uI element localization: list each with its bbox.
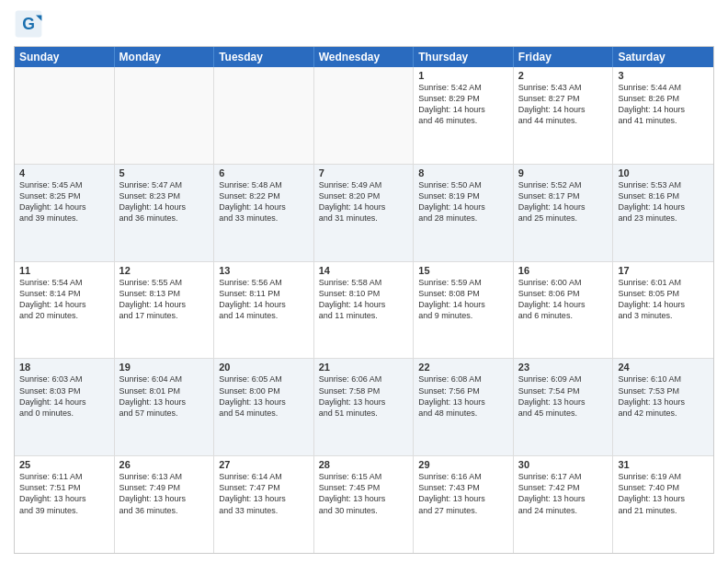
- calendar-cell-r3-c5: 23Sunrise: 6:09 AM Sunset: 7:54 PM Dayli…: [514, 359, 614, 455]
- day-number: 1: [418, 70, 508, 81]
- logo: G: [14, 9, 47, 39]
- day-number: 2: [518, 70, 609, 81]
- cell-content: Sunrise: 6:01 AM Sunset: 8:05 PM Dayligh…: [618, 277, 709, 322]
- day-number: 7: [319, 167, 409, 178]
- calendar-cell-r3-c2: 20Sunrise: 6:05 AM Sunset: 8:00 PM Dayli…: [214, 359, 314, 455]
- cell-content: Sunrise: 6:16 AM Sunset: 7:43 PM Dayligh…: [418, 471, 508, 516]
- cell-content: Sunrise: 6:10 AM Sunset: 7:53 PM Dayligh…: [618, 373, 709, 419]
- day-number: 5: [119, 167, 210, 178]
- day-number: 13: [219, 265, 309, 276]
- cell-content: Sunrise: 6:19 AM Sunset: 7:40 PM Dayligh…: [618, 471, 709, 516]
- logo-icon: G: [14, 9, 43, 39]
- day-number: 16: [518, 265, 609, 276]
- cell-content: Sunrise: 6:09 AM Sunset: 7:54 PM Dayligh…: [518, 373, 609, 419]
- calendar-row-3: 11Sunrise: 5:54 AM Sunset: 8:14 PM Dayli…: [15, 262, 713, 360]
- cell-content: Sunrise: 6:05 AM Sunset: 8:00 PM Dayligh…: [219, 373, 309, 419]
- day-number: 20: [219, 362, 309, 373]
- cell-content: Sunrise: 5:54 AM Sunset: 8:14 PM Dayligh…: [19, 277, 109, 322]
- svg-text:G: G: [22, 15, 35, 33]
- calendar-cell-r3-c6: 24Sunrise: 6:10 AM Sunset: 7:53 PM Dayli…: [613, 359, 713, 455]
- calendar-cell-r3-c1: 19Sunrise: 6:04 AM Sunset: 8:01 PM Dayli…: [115, 359, 215, 455]
- calendar-row-1: 1Sunrise: 5:42 AM Sunset: 8:29 PM Daylig…: [15, 67, 713, 165]
- calendar-row-4: 18Sunrise: 6:03 AM Sunset: 8:03 PM Dayli…: [15, 359, 713, 456]
- calendar-cell-r4-c0: 25Sunrise: 6:11 AM Sunset: 7:51 PM Dayli…: [15, 456, 115, 553]
- cell-content: Sunrise: 5:43 AM Sunset: 8:27 PM Dayligh…: [518, 82, 609, 127]
- day-number: 18: [19, 362, 109, 373]
- cell-content: Sunrise: 5:50 AM Sunset: 8:19 PM Dayligh…: [418, 179, 508, 224]
- day-number: 11: [19, 265, 109, 276]
- day-friday: Friday: [514, 47, 614, 67]
- calendar-cell-r4-c2: 27Sunrise: 6:14 AM Sunset: 7:47 PM Dayli…: [214, 456, 314, 553]
- day-number: 21: [319, 362, 409, 373]
- cell-content: Sunrise: 6:11 AM Sunset: 7:51 PM Dayligh…: [19, 471, 109, 516]
- cell-content: Sunrise: 5:48 AM Sunset: 8:22 PM Dayligh…: [219, 179, 309, 224]
- day-monday: Monday: [115, 47, 215, 67]
- calendar-cell-r0-c4: 1Sunrise: 5:42 AM Sunset: 8:29 PM Daylig…: [414, 67, 514, 164]
- day-number: 26: [119, 459, 210, 470]
- day-tuesday: Tuesday: [214, 47, 314, 67]
- calendar-cell-r2-c4: 15Sunrise: 5:59 AM Sunset: 8:08 PM Dayli…: [414, 262, 514, 359]
- calendar-cell-r0-c0: [15, 67, 115, 164]
- cell-content: Sunrise: 5:49 AM Sunset: 8:20 PM Dayligh…: [319, 179, 409, 224]
- calendar-cell-r0-c5: 2Sunrise: 5:43 AM Sunset: 8:27 PM Daylig…: [514, 67, 614, 164]
- cell-content: Sunrise: 5:44 AM Sunset: 8:26 PM Dayligh…: [618, 82, 709, 127]
- calendar-cell-r4-c3: 28Sunrise: 6:15 AM Sunset: 7:45 PM Dayli…: [314, 456, 415, 553]
- day-saturday: Saturday: [613, 47, 713, 67]
- header: G: [14, 9, 714, 39]
- cell-content: Sunrise: 5:55 AM Sunset: 8:13 PM Dayligh…: [119, 277, 210, 322]
- calendar-body: 1Sunrise: 5:42 AM Sunset: 8:29 PM Daylig…: [15, 67, 713, 553]
- cell-content: Sunrise: 5:58 AM Sunset: 8:10 PM Dayligh…: [319, 277, 409, 322]
- cell-content: Sunrise: 6:15 AM Sunset: 7:45 PM Dayligh…: [319, 471, 409, 516]
- calendar-cell-r4-c5: 30Sunrise: 6:17 AM Sunset: 7:42 PM Dayli…: [514, 456, 614, 553]
- cell-content: Sunrise: 6:17 AM Sunset: 7:42 PM Dayligh…: [518, 471, 609, 516]
- day-number: 31: [618, 459, 709, 470]
- cell-content: Sunrise: 5:47 AM Sunset: 8:23 PM Dayligh…: [119, 179, 210, 224]
- day-number: 25: [19, 459, 109, 470]
- day-number: 19: [119, 362, 210, 373]
- day-number: 27: [219, 459, 309, 470]
- calendar-cell-r4-c6: 31Sunrise: 6:19 AM Sunset: 7:40 PM Dayli…: [613, 456, 713, 553]
- day-number: 12: [119, 265, 210, 276]
- cell-content: Sunrise: 5:45 AM Sunset: 8:25 PM Dayligh…: [19, 179, 109, 224]
- page: G Sunday Monday Tuesday Wednesday Thursd…: [0, 0, 728, 563]
- day-number: 23: [518, 362, 609, 373]
- calendar-cell-r0-c2: [214, 67, 314, 164]
- day-number: 17: [618, 265, 709, 276]
- cell-content: Sunrise: 5:59 AM Sunset: 8:08 PM Dayligh…: [418, 277, 508, 322]
- calendar-cell-r1-c4: 8Sunrise: 5:50 AM Sunset: 8:19 PM Daylig…: [414, 165, 514, 261]
- cell-content: Sunrise: 6:03 AM Sunset: 8:03 PM Dayligh…: [19, 373, 109, 419]
- cell-content: Sunrise: 6:04 AM Sunset: 8:01 PM Dayligh…: [119, 373, 210, 419]
- calendar-cell-r3-c3: 21Sunrise: 6:06 AM Sunset: 7:58 PM Dayli…: [314, 359, 415, 455]
- day-number: 3: [618, 70, 709, 81]
- calendar-cell-r2-c0: 11Sunrise: 5:54 AM Sunset: 8:14 PM Dayli…: [15, 262, 115, 359]
- cell-content: Sunrise: 6:06 AM Sunset: 7:58 PM Dayligh…: [319, 373, 409, 419]
- day-number: 8: [418, 167, 508, 178]
- calendar-cell-r3-c4: 22Sunrise: 6:08 AM Sunset: 7:56 PM Dayli…: [414, 359, 514, 455]
- cell-content: Sunrise: 5:56 AM Sunset: 8:11 PM Dayligh…: [219, 277, 309, 322]
- cell-content: Sunrise: 6:13 AM Sunset: 7:49 PM Dayligh…: [119, 471, 210, 516]
- calendar-cell-r0-c6: 3Sunrise: 5:44 AM Sunset: 8:26 PM Daylig…: [613, 67, 713, 164]
- calendar-cell-r1-c6: 10Sunrise: 5:53 AM Sunset: 8:16 PM Dayli…: [613, 165, 713, 261]
- cell-content: Sunrise: 6:00 AM Sunset: 8:06 PM Dayligh…: [518, 277, 609, 322]
- day-number: 29: [418, 459, 508, 470]
- day-number: 9: [518, 167, 609, 178]
- calendar-cell-r0-c3: [314, 67, 415, 164]
- cell-content: Sunrise: 5:42 AM Sunset: 8:29 PM Dayligh…: [418, 82, 508, 127]
- calendar-cell-r2-c1: 12Sunrise: 5:55 AM Sunset: 8:13 PM Dayli…: [115, 262, 215, 359]
- calendar-cell-r1-c3: 7Sunrise: 5:49 AM Sunset: 8:20 PM Daylig…: [314, 165, 415, 261]
- calendar-cell-r2-c2: 13Sunrise: 5:56 AM Sunset: 8:11 PM Dayli…: [214, 262, 314, 359]
- day-sunday: Sunday: [15, 47, 115, 67]
- calendar-cell-r4-c4: 29Sunrise: 6:16 AM Sunset: 7:43 PM Dayli…: [414, 456, 514, 553]
- day-number: 10: [618, 167, 709, 178]
- day-wednesday: Wednesday: [314, 47, 415, 67]
- cell-content: Sunrise: 6:08 AM Sunset: 7:56 PM Dayligh…: [418, 373, 508, 419]
- calendar-cell-r0-c1: [115, 67, 215, 164]
- calendar-cell-r1-c2: 6Sunrise: 5:48 AM Sunset: 8:22 PM Daylig…: [214, 165, 314, 261]
- cell-content: Sunrise: 6:14 AM Sunset: 7:47 PM Dayligh…: [219, 471, 309, 516]
- calendar-cell-r4-c1: 26Sunrise: 6:13 AM Sunset: 7:49 PM Dayli…: [115, 456, 215, 553]
- calendar-cell-r3-c0: 18Sunrise: 6:03 AM Sunset: 8:03 PM Dayli…: [15, 359, 115, 455]
- day-number: 14: [319, 265, 409, 276]
- calendar-cell-r1-c1: 5Sunrise: 5:47 AM Sunset: 8:23 PM Daylig…: [115, 165, 215, 261]
- day-number: 15: [418, 265, 508, 276]
- day-number: 4: [19, 167, 109, 178]
